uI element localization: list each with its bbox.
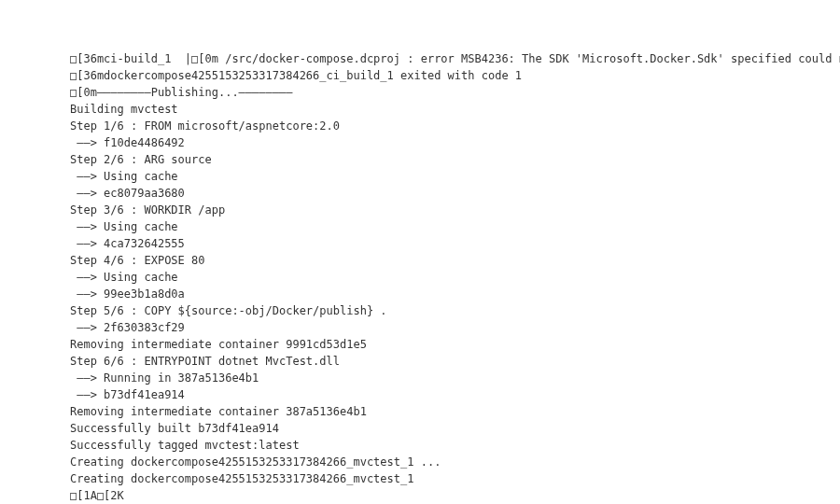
log-line: □[1A□[2K (70, 487, 840, 504)
log-line: ——> 99ee3b1a8d0a (70, 286, 840, 302)
log-line: ——> ec8079aa3680 (70, 185, 840, 202)
log-line: Removing intermediate container 387a5136… (70, 403, 840, 420)
log-line: ——> 4ca732642555 (70, 235, 840, 252)
log-line: Step 5/6 : COPY ${source:-obj/Docker/pub… (70, 302, 840, 319)
log-line: □[36mci-build_1 |□[0m /src/docker-compos… (70, 50, 840, 67)
log-line: Building mvctest (70, 101, 840, 118)
log-line: ——> b73df41ea914 (70, 386, 840, 403)
log-line: ——> Using cache (70, 218, 840, 235)
log-line: ——> f10de4486492 (70, 134, 840, 151)
log-line: □[36mdockercompose4255153253317384266_ci… (70, 67, 840, 84)
log-line: Creating dockercompose425515325331738426… (70, 454, 840, 470)
log-line: Step 3/6 : WORKDIR /app (70, 202, 840, 218)
console-output: □[36mci-build_1 |□[0m /src/docker-compos… (70, 50, 840, 504)
log-line: Step 2/6 : ARG source (70, 151, 840, 168)
log-line: Step 6/6 : ENTRYPOINT dotnet MvcTest.dll (70, 353, 840, 370)
log-line: Step 4/6 : EXPOSE 80 (70, 252, 840, 269)
log-line: ——> Using cache (70, 168, 840, 185)
log-line: Step 1/6 : FROM microsoft/aspnetcore:2.0 (70, 118, 840, 134)
log-line: ——> Running in 387a5136e4b1 (70, 370, 840, 386)
log-line: ——> Using cache (70, 269, 840, 286)
log-line: Successfully built b73df41ea914 (70, 420, 840, 437)
log-line: Successfully tagged mvctest:latest (70, 437, 840, 454)
log-line: Creating dockercompose425515325331738426… (70, 470, 840, 487)
log-line: □[0m————————Publishing...———————— (70, 84, 840, 101)
log-line: ——> 2f630383cf29 (70, 319, 840, 336)
log-line: Removing intermediate container 9991cd53… (70, 336, 840, 353)
